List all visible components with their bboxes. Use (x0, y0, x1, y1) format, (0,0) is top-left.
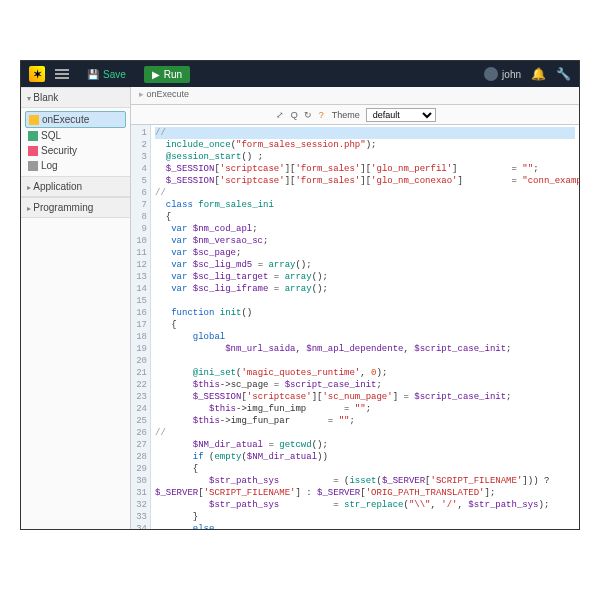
tree: onExecute SQL Security Log (21, 108, 130, 176)
code-editor[interactable]: 1234567891011121314151617181920212223242… (131, 125, 579, 529)
theme-select[interactable]: default (366, 108, 436, 122)
avatar-icon (484, 67, 498, 81)
tree-item-log[interactable]: Log (25, 158, 126, 173)
theme-label: Theme (332, 110, 360, 120)
expand-icon[interactable]: ⤢ (276, 110, 284, 120)
save-button[interactable]: 💾 Save (79, 66, 134, 83)
menu-icon[interactable] (55, 69, 69, 79)
run-label: Run (164, 69, 182, 80)
security-icon (28, 146, 38, 156)
user-name: john (502, 69, 521, 80)
code-content[interactable]: // include_once("form_sales_session.php"… (151, 125, 579, 529)
user-menu[interactable]: john (484, 67, 521, 81)
run-button[interactable]: ▶ Run (144, 66, 190, 83)
bell-icon[interactable]: 🔔 (531, 67, 546, 81)
help-icon[interactable]: ? (319, 110, 324, 120)
app-logo: ✶ (29, 66, 45, 82)
breadcrumb: onExecute (131, 87, 579, 105)
panel-application[interactable]: Application (21, 176, 130, 197)
line-gutter: 1234567891011121314151617181920212223242… (131, 125, 151, 529)
tree-item-onexecute[interactable]: onExecute (25, 111, 126, 128)
panel-blank[interactable]: Blank (21, 87, 130, 108)
refresh-icon[interactable]: ↻ (304, 110, 312, 120)
editor-toolbar: ⤢ Q ↻ ? Theme default (131, 105, 579, 125)
event-icon (29, 115, 39, 125)
log-icon (28, 161, 38, 171)
settings-icon[interactable]: 🔧 (556, 67, 571, 81)
panel-programming[interactable]: Programming (21, 197, 130, 218)
save-label: Save (103, 69, 126, 80)
tree-item-sql[interactable]: SQL (25, 128, 126, 143)
tree-item-security[interactable]: Security (25, 143, 126, 158)
top-bar: ✶ 💾 Save ▶ Run john 🔔 🔧 (21, 61, 579, 87)
sidebar: Blank onExecute SQL Security Log Applica… (21, 87, 131, 529)
sql-icon (28, 131, 38, 141)
search-icon[interactable]: Q (291, 110, 298, 120)
